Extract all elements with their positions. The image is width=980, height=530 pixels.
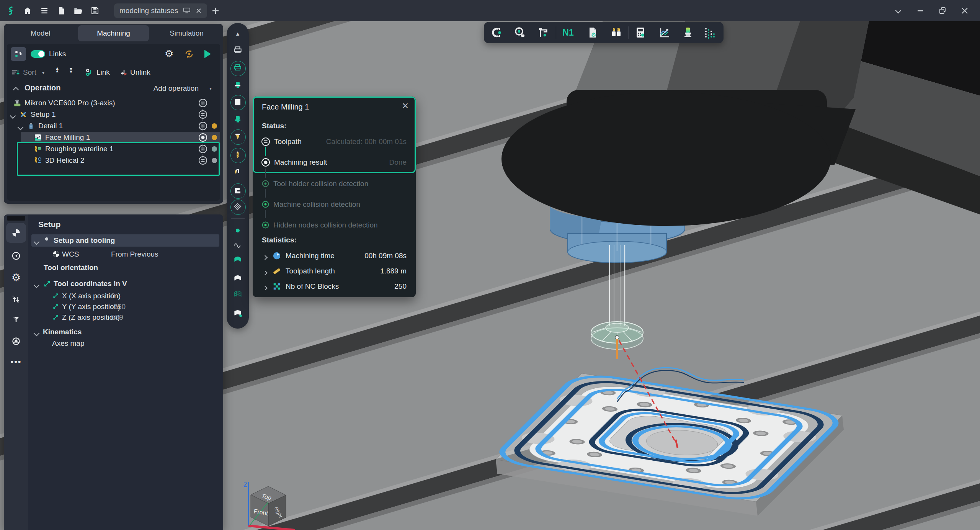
new-project-button[interactable] xyxy=(53,0,70,21)
sort-label[interactable]: Sort xyxy=(23,68,36,77)
run-simulation-play-button[interactable] xyxy=(204,50,211,58)
links-toggle[interactable] xyxy=(31,50,45,58)
main-menu-button[interactable] xyxy=(36,0,53,21)
move-top-button[interactable]: ▲▲ xyxy=(55,67,59,72)
stat-row-nc-blocks[interactable]: Nb of NC Blocks 250 xyxy=(253,281,416,292)
show-workpiece-icon[interactable] xyxy=(230,95,245,110)
axis-position-row-y[interactable]: Y (Y axis position) -250 xyxy=(28,301,220,312)
show-machine-housing-icon[interactable] xyxy=(230,183,245,198)
show-fixture-icon[interactable] xyxy=(230,112,245,127)
stat-row-toolpath-length[interactable]: Toolpath length 1.889 m xyxy=(253,266,416,276)
show-stock-icon[interactable] xyxy=(230,306,245,321)
nc-points-grid-icon[interactable] xyxy=(702,26,716,39)
operation-collapse-chevron[interactable] xyxy=(14,87,18,93)
stat-row-machining-time[interactable]: Machining time 00h 09m 08s xyxy=(253,250,416,261)
unlink-icon[interactable] xyxy=(119,68,128,79)
postprocessor-doc-icon[interactable]: ⚙ xyxy=(585,26,600,39)
show-machine-active-icon[interactable] xyxy=(230,61,245,76)
collision-row-machine[interactable]: Machine collision detection xyxy=(253,199,416,210)
show-points-icon[interactable] xyxy=(230,223,245,238)
rail-grip[interactable] xyxy=(7,216,25,221)
open-project-button[interactable] xyxy=(70,0,87,21)
popup-close-icon[interactable]: ✕ xyxy=(402,102,409,110)
machining-result-row[interactable]: Machining result Done xyxy=(253,157,416,168)
minimize-button[interactable] xyxy=(912,0,929,21)
caliper-icon[interactable] xyxy=(536,26,551,39)
rail-tab-approach-retract[interactable] xyxy=(4,291,28,308)
wcs-value[interactable]: From Previous xyxy=(111,250,158,258)
show-material-removal-icon[interactable] xyxy=(230,199,245,214)
show-clamp-icon[interactable] xyxy=(230,164,245,179)
show-surfaces-selected-icon[interactable] xyxy=(230,252,245,267)
link-button-label[interactable]: Link xyxy=(96,68,110,77)
close-window-button[interactable] xyxy=(956,0,973,21)
collision-row-tool-holder[interactable]: Tool holder collision detection xyxy=(253,178,416,189)
collapse-toolbar-icon[interactable]: ▲ xyxy=(230,26,245,41)
axis-value[interactable]: -250 xyxy=(111,303,126,311)
axis-position-row-z[interactable]: Z (Z axis position) 589 xyxy=(28,312,220,323)
move-bottom-button[interactable]: ▼▼ xyxy=(69,68,73,73)
new-tab-button[interactable] xyxy=(207,0,224,21)
visibility-toolbar: ▲ xyxy=(227,23,249,329)
setup-and-tooling-row[interactable]: Setup and tooling xyxy=(28,235,220,246)
save-project-button[interactable] xyxy=(87,0,103,21)
nc-block-number-icon[interactable]: N1 xyxy=(561,26,575,39)
show-drill-icon[interactable] xyxy=(230,147,245,163)
wrench-icon xyxy=(43,237,51,245)
home-button[interactable] xyxy=(19,0,36,21)
tree-item-detail[interactable]: Detail 1 xyxy=(7,120,220,132)
rail-tab-strategy[interactable] xyxy=(4,247,28,264)
kinematics-row[interactable]: Kinematics xyxy=(28,326,220,338)
document-tab[interactable]: modeling statuses xyxy=(114,3,207,18)
tab-close-icon[interactable] xyxy=(196,8,202,14)
unlink-button-label[interactable]: Unlink xyxy=(130,68,150,77)
expand-chevron-icon[interactable] xyxy=(18,124,23,131)
tree-item-machine[interactable]: Mikron VCE600 Pro (3-axis) xyxy=(7,97,220,109)
collision-status-icon xyxy=(261,200,270,208)
tool-stack-icon[interactable] xyxy=(681,26,695,39)
tree-item-3d-helical[interactable]: 3D Helical 2 xyxy=(7,155,220,166)
collision-row-hidden-nodes[interactable]: Hidden nodes collision detection xyxy=(253,220,416,231)
tree-item-setup[interactable]: Setup 1 xyxy=(7,109,220,120)
show-solids-icon[interactable] xyxy=(230,271,245,286)
recalculate-icon[interactable] xyxy=(184,49,194,61)
show-machine-outline-icon[interactable] xyxy=(230,43,245,58)
rail-tab-tool[interactable] xyxy=(4,312,28,329)
calculator-icon[interactable] xyxy=(633,26,648,39)
rail-tab-more-icon[interactable]: ••• xyxy=(4,353,28,370)
ruler-icon xyxy=(273,267,281,275)
show-curves-icon[interactable] xyxy=(230,237,245,252)
machining-settings-gear-icon[interactable]: ⚙ xyxy=(165,49,173,59)
links-mode-button[interactable] xyxy=(11,47,26,61)
tab-model[interactable]: Model xyxy=(5,25,76,41)
toolpath-status-row[interactable]: Toolpath Calculated: 00h 00m 01s xyxy=(253,136,416,147)
axis-value[interactable]: 0 xyxy=(111,292,115,300)
tree-item-face-milling[interactable]: Face Milling 1 xyxy=(7,132,220,143)
tab-machining[interactable]: Machining xyxy=(78,25,149,41)
add-operation-dropdown-icon[interactable]: ▾ xyxy=(209,86,212,91)
sort-dropdown-icon[interactable]: ▾ xyxy=(42,70,44,75)
add-operation-button[interactable]: Add operation xyxy=(154,84,199,93)
snap-measure-icon[interactable] xyxy=(489,26,504,39)
axes-map-row[interactable]: Axes map xyxy=(28,338,220,349)
collapse-ribbon-button[interactable] xyxy=(890,0,906,21)
tool-assembly-icon[interactable] xyxy=(609,26,624,39)
wcs-row[interactable]: WCS From Previous xyxy=(28,249,220,260)
tape-measure-icon[interactable] xyxy=(513,26,527,39)
restore-window-button[interactable] xyxy=(934,0,951,21)
tree-item-roughing-waterline[interactable]: Roughing waterline 1 xyxy=(7,143,220,155)
sort-icon[interactable] xyxy=(11,68,20,78)
analysis-chart-icon[interactable] xyxy=(657,26,672,39)
rail-tab-parameters-gear-icon[interactable]: ⚙ xyxy=(4,269,28,286)
show-tool-icon[interactable] xyxy=(230,129,245,144)
tool-coordinates-row[interactable]: Tool coordinates in V xyxy=(28,278,220,290)
link-icon[interactable] xyxy=(85,68,94,79)
rail-tab-feeds-wheel-icon[interactable] xyxy=(4,333,28,350)
show-spindle-head-icon[interactable] xyxy=(230,78,245,93)
expand-chevron-icon[interactable] xyxy=(11,113,15,119)
axis-position-row-x[interactable]: X (X axis position) 0 xyxy=(28,290,220,302)
rail-tab-setup[interactable] xyxy=(6,223,26,243)
tab-simulation[interactable]: Simulation xyxy=(151,25,222,41)
axis-value[interactable]: 589 xyxy=(111,313,123,322)
show-mesh-icon[interactable] xyxy=(230,286,245,302)
